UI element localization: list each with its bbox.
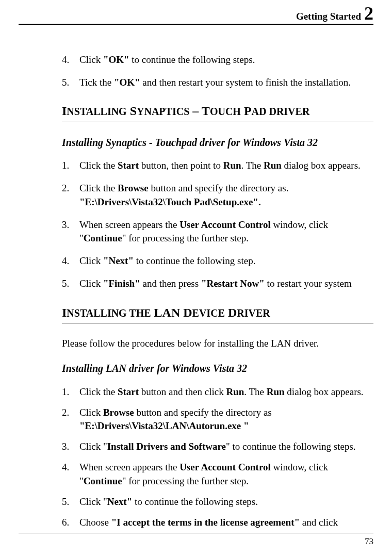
- list-item-number: 2.: [62, 406, 79, 433]
- list-item-text: Click "Finish" and then press "Restart N…: [79, 277, 373, 290]
- list-item: 5.Click "Next" to continue the following…: [62, 495, 373, 509]
- list-item-text: Click "Next" to continue the following s…: [79, 495, 373, 509]
- list-item: 2.Click the Browse button and specify th…: [62, 182, 373, 208]
- list-item-text: When screen appears the User Account Con…: [79, 218, 373, 245]
- list-item-number: 4.: [62, 461, 79, 487]
- list-item-number: 6.: [62, 516, 79, 529]
- list-item-number: 5.: [62, 277, 79, 290]
- list-item-number: 3.: [62, 440, 79, 453]
- list-item: 4.Click "OK" to continue the following s…: [62, 53, 373, 67]
- list-item-number: 1.: [62, 385, 79, 399]
- list-item: 1.Click the Start button, then point to …: [62, 159, 373, 172]
- list-item-number: 3.: [62, 218, 79, 245]
- chapter-number: 2: [364, 3, 373, 24]
- list-item-text: When screen appears the User Account Con…: [79, 461, 373, 487]
- section-heading-lan: INSTALLING THE LAN DEVICE DRIVER: [62, 304, 373, 323]
- list-item-text: Click "Next" to continue the following s…: [79, 254, 373, 268]
- page-header: Getting Started 2: [19, 0, 373, 25]
- list-item: 5.Tick the "OK" and then restart your sy…: [62, 76, 373, 89]
- list-item: 3.Click "Install Drivers and Software" t…: [62, 440, 373, 453]
- list-item: 5.Click "Finish" and then press "Restart…: [62, 277, 373, 290]
- synaptics-steps-list: 1.Click the Start button, then point to …: [62, 159, 373, 291]
- list-item-number: 4.: [62, 53, 79, 67]
- list-item-text: Tick the "OK" and then restart your syst…: [79, 76, 373, 89]
- subheading-lan: Installing LAN driver for Windows Vista …: [62, 362, 373, 376]
- list-item-text: Click the Browse button and specify the …: [79, 182, 373, 208]
- list-item-text: Click the Start button and then click Ru…: [79, 385, 373, 399]
- page-number: 73: [365, 536, 373, 546]
- list-item-number: 5.: [62, 76, 79, 89]
- chapter-title: Getting Started: [296, 11, 361, 22]
- section-heading-synaptics: INSTALLING SYNAPTICS – TOUCH PAD DRIVER: [62, 103, 373, 122]
- list-item-text: Choose "I accept the terms in the licens…: [79, 516, 373, 529]
- list-item: 1. Click the Start button and then click…: [62, 385, 373, 399]
- list-item-text: Click "Install Drivers and Software" to …: [79, 440, 373, 453]
- list-item-text: Click "OK" to continue the following ste…: [79, 53, 373, 67]
- list-item-number: 4.: [62, 254, 79, 268]
- list-item: 6.Choose "I accept the terms in the lice…: [62, 516, 373, 529]
- list-item: 4.Click "Next" to continue the following…: [62, 254, 373, 268]
- page-footer: 73: [19, 533, 373, 547]
- lan-steps-list: 1. Click the Start button and then click…: [62, 385, 373, 530]
- list-item-number: 2.: [62, 182, 79, 208]
- list-item: 2.Click Browse button and specify the di…: [62, 406, 373, 433]
- list-item: 3.When screen appears the User Account C…: [62, 218, 373, 245]
- list-item-text: Click the Start button, then point to Ru…: [79, 159, 373, 172]
- subheading-synaptics: Installing Synaptics - Touchpad driver f…: [62, 136, 373, 150]
- lan-intro-text: Please follow the procedures below for i…: [62, 337, 373, 350]
- list-item-number: 1.: [62, 159, 79, 172]
- list-item-number: 5.: [62, 495, 79, 509]
- list-item: 4.When screen appears the User Account C…: [62, 461, 373, 487]
- top-steps-list: 4.Click "OK" to continue the following s…: [62, 53, 373, 89]
- list-item-text: Click Browse button and specify the dire…: [79, 406, 373, 433]
- page-content: 4.Click "OK" to continue the following s…: [19, 25, 373, 529]
